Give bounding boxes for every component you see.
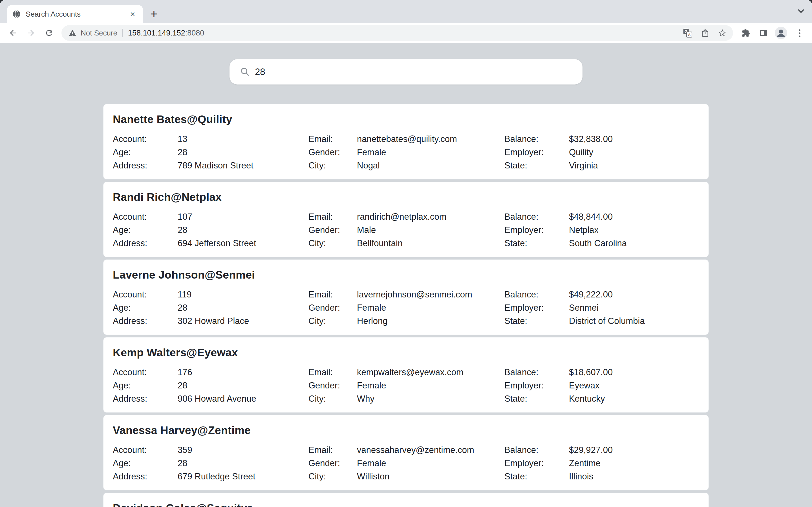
menu-kebab-icon[interactable] [798, 29, 801, 38]
tab-close-icon[interactable]: × [128, 9, 137, 19]
account-card: Laverne Johnson@Senmei Account:119 Email… [103, 260, 709, 335]
tab-strip: Search Accounts × + [0, 0, 812, 23]
field-state-label: State: [504, 237, 569, 250]
account-details: Account:119 Email:lavernejohnson@senmei.… [113, 288, 699, 328]
field-city: City:Herlong [308, 314, 504, 328]
field-city: City:Why [308, 392, 504, 405]
field-balance-label: Balance: [504, 288, 569, 301]
field-address-value: 679 Rutledge Street [177, 471, 255, 482]
back-button[interactable] [8, 29, 17, 38]
account-details: Account:176 Email:kempwalters@eyewax.com… [113, 365, 699, 405]
field-account-label: Account: [113, 288, 177, 301]
field-address: Address:694 Jefferson Street [113, 237, 308, 250]
search-input[interactable] [230, 59, 582, 84]
field-gender-value: Female [357, 458, 386, 468]
field-balance: Balance:$29,927.00 [504, 443, 699, 457]
field-balance-value: $29,927.00 [569, 445, 613, 455]
field-state-value: Virginia [569, 161, 598, 170]
field-gender: Gender:Female [308, 379, 504, 392]
field-account-label: Account: [113, 365, 177, 379]
field-state-value: Kentucky [569, 394, 605, 404]
field-state-value: District of Columbia [569, 316, 645, 326]
field-gender-value: Male [357, 225, 376, 235]
field-address-label: Address: [113, 392, 177, 405]
field-employer-label: Employer: [504, 223, 569, 237]
profile-avatar[interactable] [775, 27, 787, 39]
field-account-value: 13 [177, 134, 187, 144]
side-panel-icon[interactable] [759, 29, 768, 38]
field-age: Age:28 [113, 301, 308, 314]
field-state: State:South Carolina [504, 237, 699, 250]
field-age: Age:28 [113, 457, 308, 470]
field-age-label: Age: [113, 379, 177, 392]
field-email-value: randirich@netplax.com [357, 212, 447, 222]
field-balance-value: $32,838.00 [569, 134, 613, 144]
translate-icon[interactable]: G A [683, 28, 693, 38]
field-balance-label: Balance: [504, 132, 569, 146]
field-account: Account:359 [113, 443, 308, 457]
field-gender: Gender:Female [308, 301, 504, 314]
field-city: City:Bellfountain [308, 237, 504, 250]
account-card: Davidson Coles@Sequitur [103, 493, 709, 507]
field-account-label: Account: [113, 210, 177, 223]
field-account-value: 119 [177, 290, 192, 299]
field-balance-label: Balance: [504, 365, 569, 379]
field-gender-value: Female [357, 381, 386, 390]
field-account-label: Account: [113, 132, 177, 146]
field-city-label: City: [308, 314, 357, 328]
field-employer-value: Netplax [569, 225, 599, 235]
tab-list-chevron-down-icon[interactable] [797, 9, 805, 13]
account-card: Randi Rich@Netplax Account:107 Email:ran… [103, 182, 709, 257]
field-email: Email:vanessaharvey@zentime.com [308, 443, 504, 457]
tab-title: Search Accounts [26, 10, 128, 18]
field-age-value: 28 [177, 147, 187, 157]
bookmark-star-icon[interactable] [718, 29, 727, 38]
address-bar[interactable]: Not Secure 158.101.149.152 :8080 G A [61, 25, 733, 41]
field-address-label: Address: [113, 159, 177, 172]
field-city-label: City: [308, 159, 357, 172]
field-state: State:Virginia [504, 159, 699, 172]
field-city-label: City: [308, 237, 357, 250]
extensions-puzzle-icon[interactable] [742, 29, 751, 38]
field-employer: Employer:Senmei [504, 301, 699, 314]
field-gender-label: Gender: [308, 146, 357, 159]
field-gender: Gender:Female [308, 457, 504, 470]
share-icon[interactable] [701, 29, 709, 37]
field-city: City:Williston [308, 470, 504, 483]
account-name: Kemp Walters@Eyewax [113, 346, 699, 359]
field-address: Address:679 Rutledge Street [113, 470, 308, 483]
field-state: State:District of Columbia [504, 314, 699, 328]
field-gender: Gender:Female [308, 146, 504, 159]
field-balance-value: $18,607.00 [569, 367, 613, 377]
field-employer: Employer:Quility [504, 146, 699, 159]
field-account-value: 359 [177, 445, 192, 455]
not-secure-warning-icon [68, 29, 77, 37]
field-balance-value: $48,844.00 [569, 212, 613, 222]
omnibox-divider [122, 29, 123, 37]
field-employer-label: Employer: [504, 379, 569, 392]
field-employer-label: Employer: [504, 457, 569, 470]
account-name: Laverne Johnson@Senmei [113, 268, 699, 282]
field-gender: Gender:Male [308, 223, 504, 237]
field-state: State:Kentucky [504, 392, 699, 405]
field-gender-label: Gender: [308, 301, 357, 314]
page-content: Nanette Bates@Quility Account:13 Email:n… [0, 43, 812, 507]
forward-button[interactable] [27, 29, 36, 38]
new-tab-button[interactable]: + [148, 8, 160, 20]
field-email-label: Email: [308, 132, 357, 146]
field-employer-label: Employer: [504, 301, 569, 314]
field-address: Address:302 Howard Place [113, 314, 308, 328]
field-employer: Employer:Eyewax [504, 379, 699, 392]
field-email-label: Email: [308, 288, 357, 301]
account-card: Nanette Bates@Quility Account:13 Email:n… [103, 104, 709, 179]
field-account: Account:107 [113, 210, 308, 223]
reload-button[interactable] [45, 29, 54, 38]
field-state-value: Illinois [569, 471, 593, 482]
field-age-label: Age: [113, 223, 177, 237]
field-city-value: Williston [357, 471, 389, 482]
field-address-value: 694 Jefferson Street [177, 238, 256, 248]
search-bar [230, 59, 582, 84]
field-city: City:Nogal [308, 159, 504, 172]
account-card: Vanessa Harvey@Zentime Account:359 Email… [103, 415, 709, 490]
tab-search-accounts[interactable]: Search Accounts × [7, 5, 143, 23]
